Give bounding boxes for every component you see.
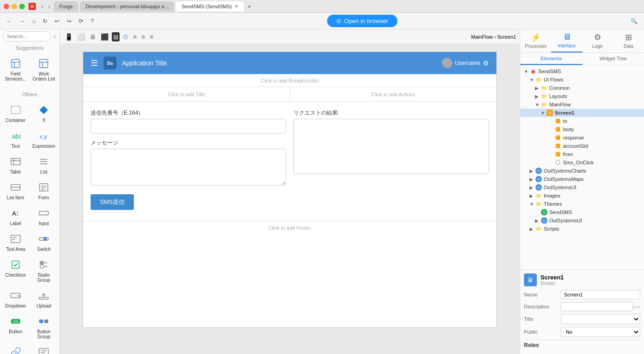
widget-text[interactable]: abc Text	[2, 127, 29, 151]
tree-item-to[interactable]: to	[520, 117, 644, 125]
tree-item-sms-onclick[interactable]: Sms_OnClick	[520, 158, 644, 167]
hamburger-icon[interactable]: ☰	[91, 58, 98, 68]
widget-list-item[interactable]: List Item	[2, 178, 29, 203]
tree-item-response[interactable]: response	[520, 133, 644, 142]
new-tab-button[interactable]: +	[246, 2, 253, 11]
props-title-select[interactable]	[561, 314, 640, 324]
mobile-view-button[interactable]: 📱	[63, 32, 74, 42]
message-textarea[interactable]	[91, 149, 286, 186]
tab-close-icon[interactable]: ✕	[235, 4, 238, 9]
widget-upload[interactable]: Upload	[30, 286, 58, 311]
tree-arrow-ui-theme[interactable]: ▶	[535, 218, 540, 223]
props-name-input[interactable]	[561, 290, 640, 299]
refresh-button[interactable]: ↻	[40, 17, 50, 26]
tree-item-ui-flows[interactable]: ▼ 📁 UI Flows	[520, 75, 644, 84]
align-left-button[interactable]: ≡	[132, 32, 138, 42]
sms-send-button[interactable]: SMS送信	[91, 194, 134, 210]
history-button[interactable]: ⟳	[76, 17, 86, 26]
tree-item-from[interactable]: from	[520, 150, 644, 158]
close-traffic-light[interactable]	[4, 4, 9, 9]
tree-arrow-layouts[interactable]: ▶	[535, 94, 540, 99]
tab-data[interactable]: ⊞ Data	[613, 29, 644, 52]
tree-arrow-scripts[interactable]: ▶	[529, 226, 535, 232]
tree-arrow-themes[interactable]: ▼	[529, 202, 535, 207]
tree-item-accountsid[interactable]: accountSid	[520, 142, 644, 150]
tab-interface[interactable]: 🖥 Interface	[551, 29, 582, 52]
screen-footer[interactable]: Click to add Footer	[83, 221, 496, 234]
search-input[interactable]	[3, 31, 51, 41]
tree-arrow-images[interactable]: ▶	[529, 193, 535, 198]
widget-checkbox[interactable]: Checkbox	[2, 255, 29, 285]
tree-arrow-maps[interactable]: ▶	[529, 177, 535, 182]
tree-item-sendsms-theme[interactable]: S SendSMS	[520, 208, 644, 216]
result-area[interactable]	[293, 119, 489, 174]
widget-dropdown[interactable]: Dropdown	[2, 286, 29, 311]
maximize-traffic-light[interactable]	[19, 4, 25, 9]
tab-forge[interactable]: Forge	[54, 1, 78, 12]
widget-list[interactable]: List	[30, 152, 58, 177]
tree-arrow-charts[interactable]: ▶	[529, 168, 535, 174]
widget-container[interactable]: Container	[2, 101, 29, 126]
open-in-browser-button[interactable]: ⊙ Open in browser	[327, 15, 397, 27]
widget-expression[interactable]: x,y Expression	[30, 127, 58, 151]
widget-popover-menu[interactable]: Popover Menu	[30, 343, 58, 354]
widget-radio-group[interactable]: Radio Group	[30, 255, 58, 285]
back-button[interactable]: ‹	[40, 2, 46, 11]
tab-sendsms[interactable]: SendSMS (SendSMS) ✕	[176, 1, 243, 12]
responsive-toggle[interactable]: ⊙	[121, 32, 130, 42]
tree-item-body[interactable]: body	[520, 125, 644, 133]
forward-nav-button[interactable]: →	[17, 17, 28, 26]
tree-arrow-mainflow[interactable]: ▼	[535, 102, 540, 107]
home-button[interactable]: ⌂	[29, 17, 38, 26]
props-public-select[interactable]: No Yes	[561, 327, 640, 337]
subtab-widget-tree[interactable]: Widget Tree	[582, 53, 644, 65]
help-button[interactable]: ?	[88, 17, 97, 26]
tree-arrow-ui[interactable]: ▶	[529, 185, 535, 190]
actions-section[interactable]: Click to add Actions	[290, 87, 497, 101]
sidebar-collapse-button[interactable]: ‹	[53, 32, 57, 41]
tree-item-outsystems-maps[interactable]: ▶ O OutSystemsMaps	[520, 175, 644, 183]
align-right-button[interactable]: ≡	[148, 32, 155, 42]
undo-button[interactable]: ↩	[52, 17, 62, 26]
widget-switch[interactable]: Switch	[30, 230, 58, 255]
tree-arrow[interactable]: ▼	[524, 69, 529, 74]
tree-item-outsystems-charts[interactable]: ▶ O OutSystemsCharts	[520, 167, 644, 175]
tree-arrow-screen1[interactable]: ▼	[540, 110, 546, 116]
tab-processes[interactable]: ⚡ Processes	[520, 29, 551, 52]
align-center-button[interactable]: ≡	[140, 32, 146, 42]
widget-field-services[interactable]: Field Services...	[2, 54, 29, 84]
global-search-button[interactable]: 🔍	[628, 17, 640, 26]
wide-view-button[interactable]: ⬛	[99, 32, 110, 42]
tree-item-layouts[interactable]: ▶ 📁 Layouts	[520, 92, 644, 100]
widget-button-group[interactable]: Button Group	[30, 312, 58, 342]
subtab-elements[interactable]: Elements	[520, 53, 582, 65]
minimize-traffic-light[interactable]	[12, 4, 17, 9]
tree-arrow-common[interactable]: ▶	[535, 86, 540, 91]
tab-development[interactable]: Development - personal-bbuqajsr.o...	[80, 1, 174, 12]
widget-button[interactable]: OK Button	[2, 312, 29, 342]
tree-item-sendsms-root[interactable]: ▼ ◉ SendSMS	[520, 67, 644, 75]
redo-button[interactable]: ↪	[64, 17, 74, 26]
tree-item-common[interactable]: ▶ 📁 Common	[520, 84, 644, 92]
widget-link[interactable]: Link	[2, 343, 29, 354]
widget-input[interactable]: Input	[30, 204, 58, 229]
widget-textarea[interactable]: Text Area	[2, 230, 29, 255]
widget-if[interactable]: If	[30, 101, 58, 126]
tree-item-outsystems-ui-theme[interactable]: ▶ O OutSystemsUI	[520, 216, 644, 225]
forward-button[interactable]: ›	[46, 2, 52, 11]
tree-item-screen1[interactable]: ▼ S Screen1	[520, 109, 644, 117]
widget-form[interactable]: Form	[30, 178, 58, 203]
tree-arrow-ui-flows[interactable]: ▼	[529, 77, 535, 82]
tab-logic[interactable]: ⚙ Logic	[582, 29, 613, 52]
tablet-view-button[interactable]: ⬜	[76, 32, 86, 42]
tree-item-outsystems-ui[interactable]: ▶ O OutSystemsUI	[520, 183, 644, 192]
phone-input[interactable]	[91, 119, 286, 133]
settings-icon[interactable]: ⚙	[483, 59, 489, 67]
tree-item-images[interactable]: ▶ 📁 Images	[520, 192, 644, 200]
tree-item-scripts[interactable]: ▶ 📁 Scripts	[520, 225, 644, 233]
active-view-button[interactable]: ▤	[112, 32, 120, 41]
back-nav-button[interactable]: ←	[4, 17, 15, 26]
tree-item-themes[interactable]: ▼ 📁 Themes	[520, 200, 644, 208]
screen-breadcrumb-bar[interactable]: Click to add Breadcrumbs	[83, 74, 496, 87]
widget-label[interactable]: A: Label	[2, 204, 29, 229]
